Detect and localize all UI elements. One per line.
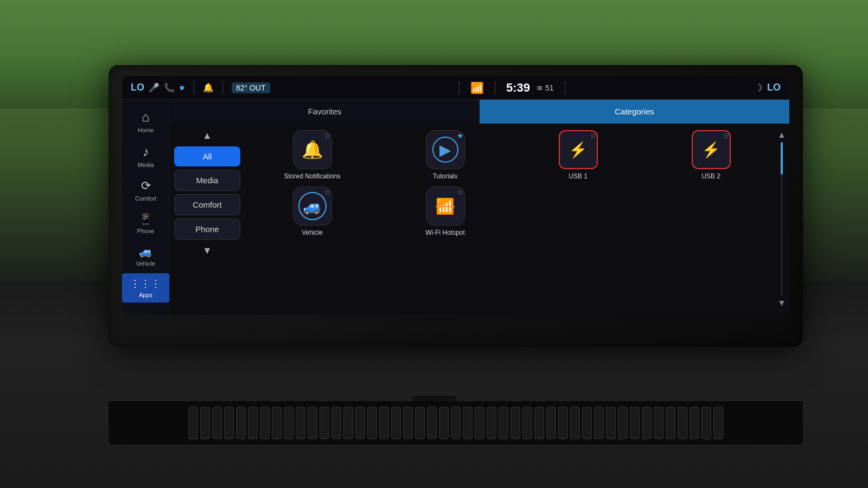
sidebar-item-comfort[interactable]: ⟳ Comfort: [122, 175, 169, 206]
tutorials-star[interactable]: ★: [457, 131, 464, 140]
vehicle-icon: 🚙: [139, 245, 152, 258]
vent-slot: [642, 407, 652, 439]
status-bar: LO 🎤 📞 ● 🔔 82° OUT 📶 5:39 ≋ 51 ☽ LO: [122, 76, 789, 100]
cat-btn-phone[interactable]: Phone: [174, 219, 240, 240]
app-wifi-hotspot[interactable]: 📶 ☆ Wi-Fi Hotspot: [382, 187, 508, 236]
tab-favorites[interactable]: Favorites: [170, 100, 480, 124]
vent-slot: [367, 407, 377, 439]
vent-slot: [320, 407, 329, 439]
app-usb1[interactable]: ⚡ ☆ USB 1: [515, 130, 641, 180]
vent-slot: [331, 407, 341, 439]
fan-icon: ≋: [537, 84, 543, 92]
divider-3: [459, 81, 459, 94]
cat-btn-comfort[interactable]: Comfort: [174, 194, 240, 215]
home-icon: ⌂: [142, 110, 150, 125]
vent-slot: [355, 407, 365, 439]
vent-area: [108, 401, 803, 445]
right-scroll-up[interactable]: ▲: [777, 130, 786, 140]
tutorials-label: Tutorials: [433, 172, 458, 180]
moon-icon: ☽: [754, 82, 763, 94]
scroll-down-arrow[interactable]: ▼: [174, 243, 240, 258]
wifi-hotspot-star[interactable]: ☆: [457, 188, 464, 196]
content-area: ⌂ Home ♪ Media ⟳ Comfort 📱 Phone 🚙 Vehic…: [122, 100, 789, 314]
vent-slot: [630, 407, 640, 439]
sidebar: ⌂ Home ♪ Media ⟳ Comfort 📱 Phone 🚙 Vehic…: [122, 100, 170, 314]
sidebar-item-phone[interactable]: 📱 Phone: [122, 208, 169, 239]
media-icon: ♪: [143, 144, 149, 159]
apps-icon: ⋮⋮⋮: [130, 278, 161, 290]
vent-slot: [558, 407, 568, 439]
vent-slot: [415, 407, 425, 439]
usb1-app-icon: ⚡: [569, 141, 588, 159]
stored-notifications-star[interactable]: ☆: [324, 131, 331, 140]
vent-slot: [284, 407, 293, 439]
right-scroll-down[interactable]: ▼: [777, 298, 786, 308]
mic-icon: 🎤: [149, 82, 159, 93]
sidebar-item-vehicle[interactable]: 🚙 Vehicle: [122, 241, 169, 271]
home-label: Home: [138, 127, 154, 133]
vehicle-app-icon: 🚙: [298, 192, 327, 220]
divider-5: [565, 81, 565, 94]
apps-grid: 🔔 ☆ Stored Notifications ▶ ★: [245, 128, 778, 310]
vent-slot: [379, 407, 389, 439]
phone-status-icon: 📞: [164, 82, 175, 93]
vent-slot: [200, 407, 210, 439]
vent-slot: [188, 407, 198, 439]
scroll-up-arrow[interactable]: ▲: [174, 128, 240, 143]
status-center: 📶 5:39 ≋ 51: [270, 81, 755, 95]
vent-slot: [224, 407, 234, 439]
vent-slot: [487, 407, 496, 439]
cat-btn-media[interactable]: Media: [174, 170, 240, 191]
vent-slot: [403, 407, 413, 439]
main-content: Favorites Categories ▲ All Media Comfort…: [170, 100, 789, 314]
phone-icon: 📱: [139, 213, 152, 226]
usb2-label: USB 2: [701, 172, 720, 180]
vent-slot: [618, 407, 628, 439]
vehicle-star[interactable]: ☆: [324, 188, 331, 196]
vent-slot: [522, 407, 532, 439]
cat-btn-all[interactable]: All: [174, 146, 240, 166]
wifi-hotspot-label: Wi-Fi Hotspot: [425, 229, 465, 236]
vent-slot: [582, 407, 592, 439]
vent-slot: [475, 407, 484, 439]
temp-right[interactable]: LO: [767, 82, 781, 93]
apps-area: ▲ All Media Comfort Phone ▼ 🔔: [170, 124, 789, 314]
divider-1: [194, 81, 194, 94]
app-usb2[interactable]: ⚡ ☆ USB 2: [648, 130, 774, 180]
scroll-track: [781, 142, 783, 296]
vent-slot: [463, 407, 473, 439]
vent-slot: [606, 407, 616, 439]
vent-slot: [439, 407, 449, 439]
phone-label: Phone: [137, 228, 155, 234]
vent-slot: [212, 407, 222, 439]
tabs-bar: Favorites Categories: [170, 100, 789, 124]
divider-4: [495, 81, 495, 94]
usb1-label: USB 1: [569, 172, 588, 180]
sidebar-item-apps[interactable]: ⋮⋮⋮ Apps: [122, 273, 169, 303]
fan-speed: ≋ 51: [537, 84, 554, 92]
wifi-icon: 📶: [470, 81, 484, 94]
app-vehicle[interactable]: 🚙 ☆ Vehicle: [249, 187, 375, 236]
time-display: 5:39: [506, 81, 530, 95]
vent-slot: [308, 407, 317, 439]
comfort-label: Comfort: [135, 195, 156, 202]
vent-slot: [272, 407, 282, 439]
divider-2: [222, 81, 223, 94]
sidebar-item-media[interactable]: ♪ Media: [122, 140, 169, 172]
vent-slot: [678, 407, 687, 439]
main-screen: LO 🎤 📞 ● 🔔 82° OUT 📶 5:39 ≋ 51 ☽ LO: [122, 76, 789, 314]
vent-slot: [534, 407, 544, 439]
wifi-hotspot-app-icon: 📶: [436, 197, 455, 215]
tab-categories[interactable]: Categories: [480, 100, 789, 124]
app-stored-notifications[interactable]: 🔔 ☆ Stored Notifications: [249, 130, 375, 180]
app-tutorials[interactable]: ▶ ★ Tutorials: [382, 130, 508, 180]
vent-slot: [713, 407, 723, 439]
temp-left[interactable]: LO: [131, 82, 144, 93]
sidebar-item-home[interactable]: ⌂ Home: [122, 105, 169, 138]
usb1-star[interactable]: ☆: [590, 131, 597, 140]
vent-slot: [427, 407, 437, 439]
vent-slot: [701, 407, 711, 439]
vent-slot: [499, 407, 508, 439]
usb2-star[interactable]: ☆: [723, 131, 730, 140]
bell-app-icon: 🔔: [302, 139, 323, 160]
